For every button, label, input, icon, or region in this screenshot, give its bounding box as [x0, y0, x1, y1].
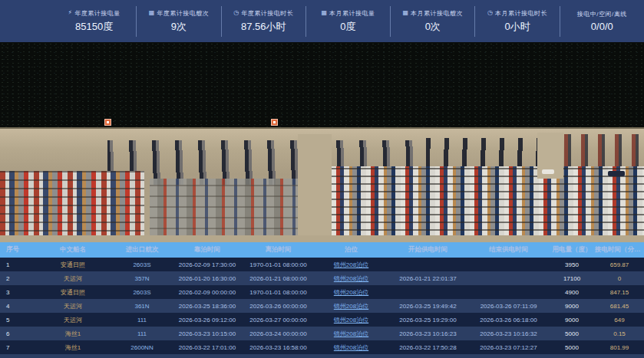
stat-value: 0/0/0 [591, 21, 613, 32]
gauge-icon: ▦ [149, 10, 155, 16]
cell-ship-name: 海丝1 [35, 330, 111, 338]
cell-minutes: 801.99 [595, 344, 644, 351]
stat-label: 年度累计接电时长 [241, 9, 293, 18]
cell-voyage: 111 [111, 330, 173, 337]
cell-departure-time: 1970-01-01 08:00:00 [242, 289, 315, 296]
table-partial-row [0, 354, 644, 358]
cell-berthing-time: 2026-03-25 18:36:00 [173, 303, 242, 310]
lightning-icon: ⚡ [68, 10, 73, 16]
cell-power-start: 2026-03-22 17:50:28 [388, 344, 468, 351]
map-container-yard [332, 166, 644, 237]
col-header-voyage: 进出口航次 [111, 245, 173, 255]
cell-energy: 17100 [549, 275, 595, 282]
table-row[interactable]: 3 安通日照 2603S 2026-02-09 00:00:00 1970-01… [0, 285, 644, 299]
stat-value: 0度 [340, 20, 355, 34]
cell-voyage: 111 [111, 317, 173, 324]
satellite-map[interactable] [0, 42, 644, 242]
cell-minutes: 847.15 [595, 289, 644, 296]
stat-label: 年度累计接电艘次 [157, 9, 209, 18]
cell-berth-link[interactable]: 锦州208泊位 [315, 343, 388, 352]
col-header-serial: 序号 [0, 245, 35, 255]
berth-marker-icon[interactable] [271, 119, 278, 126]
cell-ship-name: 天运河 [35, 302, 111, 310]
map-road [298, 134, 332, 242]
stat-value: 0次 [425, 20, 441, 34]
map-road [0, 235, 644, 242]
cell-ship-name: 天运河 [35, 274, 111, 283]
cell-berthing-time: 2026-03-23 10:15:00 [173, 330, 242, 337]
cell-power-end: 2026-03-23 07:12:27 [468, 344, 549, 351]
cell-departure-time: 2026-03-23 16:58:00 [242, 344, 315, 351]
table-body: 1 安通日照 2603S 2026-02-09 17:30:00 1970-01… [0, 258, 644, 354]
cell-power-end: 2026-03-26 06:18:00 [468, 317, 549, 324]
cell-berth-link[interactable]: 锦州208泊位 [315, 302, 388, 310]
col-header-energy: 用电量（度） [549, 245, 595, 255]
cell-energy: 9000 [549, 303, 595, 310]
cell-ship-name: 安通日照 [35, 261, 111, 269]
cell-power-start: 2026-03-23 10:16:23 [388, 330, 468, 337]
cell-ship-name: 安通日照 [35, 288, 111, 297]
cell-power-start: 2026-03-25 19:29:00 [388, 317, 468, 324]
cell-departure-time: 1970-01-01 08:00:00 [242, 261, 315, 268]
cell-energy: 5000 [549, 344, 595, 351]
table-row[interactable]: 4 天运河 361N 2026-03-25 18:36:00 2026-03-2… [0, 299, 644, 313]
stat-value: 9次 [171, 20, 187, 34]
stat-month-duration: ◷ 本月累计接电时长 0小时 [474, 6, 559, 37]
stats-bar: ⚡ 年度累计接电量 85150度 ▦ 年度累计接电艘次 9次 ◷ 年度累计接电时… [0, 0, 644, 42]
stat-month-energy: ▦ 本月累计接电量 0度 [305, 6, 390, 37]
cell-power-end: 2026-03-23 10:16:32 [468, 330, 549, 337]
cell-berthing-time: 2026-02-09 00:00:00 [173, 289, 242, 296]
stat-year-ships: ▦ 年度累计接电艘次 9次 [136, 6, 220, 37]
cell-ship-name: 天运河 [35, 316, 111, 324]
cell-power-end: 2026-03-26 07:11:09 [468, 303, 549, 310]
table-row[interactable]: 1 安通日照 2603S 2026-02-09 17:30:00 1970-01… [0, 258, 644, 271]
map-container-yard [0, 171, 144, 238]
cell-energy: 4900 [549, 289, 595, 296]
stat-year-duration: ◷ 年度累计接电时长 87.56小时 [221, 6, 305, 37]
map-small-ship [608, 171, 625, 176]
cell-minutes: 0.15 [595, 330, 644, 337]
stat-year-energy: ⚡ 年度累计接电量 85150度 [52, 6, 136, 37]
col-header-power-end: 结束供电时间 [468, 245, 549, 255]
cell-serial: 5 [0, 317, 35, 324]
cell-berth-link[interactable]: 锦州208泊位 [315, 261, 388, 269]
cell-departure-time: 2026-03-26 00:00:00 [242, 303, 315, 310]
cell-serial: 2 [0, 275, 35, 282]
map-container-yard [150, 179, 299, 238]
cell-berthing-time: 2026-02-09 17:30:00 [173, 261, 242, 268]
cell-berth-link[interactable]: 锦州208泊位 [315, 330, 388, 338]
stat-value: 87.56小时 [241, 20, 286, 34]
cell-departure-time: 2026-03-27 00:00:00 [242, 317, 315, 324]
cell-voyage: 2603S [111, 289, 173, 296]
cell-berthing-time: 2026-03-26 09:12:00 [173, 317, 242, 324]
clock-icon: ◷ [487, 10, 493, 16]
cell-serial: 3 [0, 289, 35, 296]
cell-power-start: 2026-03-25 19:49:42 [388, 303, 468, 310]
cell-power-start: 2026-01-21 22:01:37 [388, 275, 468, 282]
stat-label: 本月累计接电时长 [495, 9, 547, 18]
col-header-berth: 泊位 [315, 245, 388, 255]
cell-berth-link[interactable]: 锦州208泊位 [315, 274, 388, 283]
cell-energy: 3950 [549, 261, 595, 268]
table-row[interactable]: 7 海丝1 2600NN 2026-03-22 17:01:00 2026-03… [0, 340, 644, 354]
table-row[interactable]: 5 天运河 111 2026-03-26 09:12:00 2026-03-27… [0, 313, 644, 327]
cell-serial: 1 [0, 261, 35, 268]
cell-departure-time: 2026-01-21 08:00:00 [242, 275, 315, 282]
cell-berth-link[interactable]: 锦州208泊位 [315, 288, 388, 297]
cell-voyage: 361N [111, 303, 173, 310]
table-row[interactable]: 2 天运河 357N 2026-01-20 16:30:00 2026-01-2… [0, 271, 644, 285]
cell-voyage: 357N [111, 275, 173, 282]
stat-label: 本月累计接电量 [329, 9, 375, 18]
cell-berth-link[interactable]: 锦州208泊位 [315, 316, 388, 324]
cell-serial: 7 [0, 344, 35, 351]
ship-power-table: 序号 中文船名 进出口航次 靠泊时间 离泊时间 泊位 开始供电时间 结束供电时间… [0, 242, 644, 358]
cell-minutes: 0 [595, 275, 644, 282]
cell-serial: 4 [0, 303, 35, 310]
stat-label: 本月累计接电艘次 [411, 9, 463, 18]
table-row[interactable]: 6 海丝1 111 2026-03-23 10:15:00 2026-03-24… [0, 327, 644, 340]
cell-minutes: 681.45 [595, 303, 644, 310]
col-header-berthing-time: 靠泊时间 [173, 245, 242, 255]
stat-status-counts: 接电中/空闲/离线 0/0/0 [560, 6, 644, 37]
cell-departure-time: 2026-03-24 00:00:00 [242, 330, 315, 337]
berth-marker-icon[interactable] [104, 119, 111, 126]
